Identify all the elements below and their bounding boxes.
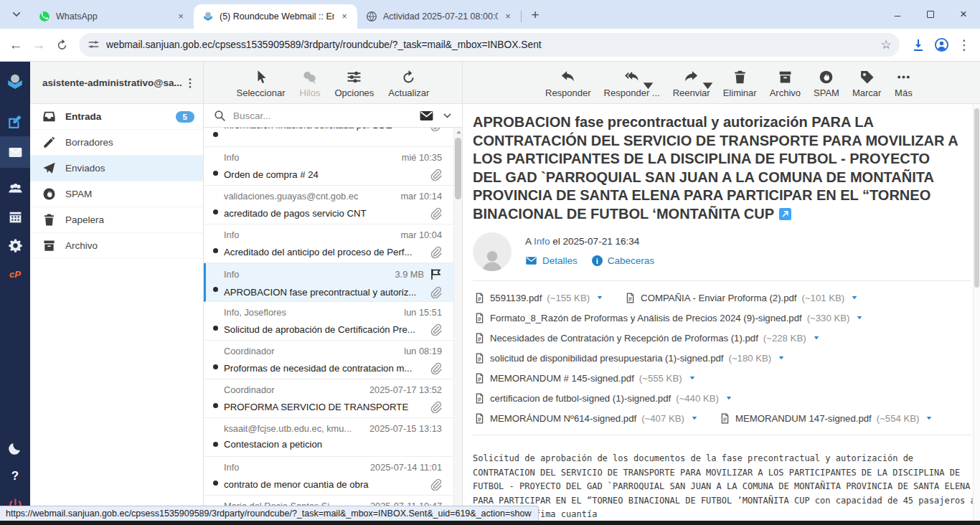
message-row[interactable]: Info mar 10:04 Acreditado del anticipo d… <box>204 224 453 263</box>
folder-item[interactable]: Archivo <box>30 233 203 259</box>
attachment-name[interactable]: MEMORANDUM 147-signed.pdf <box>735 413 872 424</box>
address-bar[interactable]: webmail.sanjuan.gob.ec/cpsess1535909589/… <box>79 33 900 57</box>
view-scrollbar[interactable] <box>973 104 980 521</box>
window-close-button[interactable]: × <box>947 0 980 29</box>
browser-tab[interactable]: WhatsApp × <box>30 4 194 29</box>
search-input[interactable]: Buscar... <box>233 110 419 121</box>
open-in-new-window-icon[interactable] <box>779 208 791 220</box>
message-row[interactable]: validaciones.guayas@cnt.gob.ec mar 10:14… <box>204 186 453 224</box>
attachment-item[interactable]: Necesidades de Contratación y Recepción … <box>474 328 971 348</box>
attachment-menu-caret-icon[interactable] <box>851 294 858 301</box>
message-row[interactable]: ksaait@fcjse.utb.edu.ec, kmu... 2025-07-… <box>204 418 453 457</box>
attachment-name[interactable]: Formato_8_Razón de Proformas y Análisis … <box>490 313 802 323</box>
message-row[interactable]: Info 2025-07-14 11:01 contrato de menor … <box>204 457 453 496</box>
back-button[interactable]: ← <box>4 34 27 57</box>
browser-tab[interactable]: (5) Roundcube Webmail :: Envia × <box>194 4 357 29</box>
tab-close-icon[interactable]: × <box>175 11 187 22</box>
mail-icon[interactable] <box>0 136 30 168</box>
account-menu-icon[interactable]: ⋮ <box>184 76 196 90</box>
browser-tab[interactable]: Actividad 2025-07-21 08:00:00 × <box>357 4 521 29</box>
view-toolbar-button[interactable]: SPAM <box>809 68 844 98</box>
view-toolbar-button[interactable]: Más <box>889 68 918 98</box>
message-row[interactable]: Info, Joseflores lun 15:51 Solicitud de … <box>204 302 453 341</box>
details-toggle[interactable]: Detalles <box>525 255 578 267</box>
list-toolbar-button[interactable]: Opciones <box>329 68 379 98</box>
search-scope-mail-icon[interactable] <box>419 108 434 123</box>
view-toolbar-button[interactable]: Reenviar <box>668 68 715 98</box>
attachment-name[interactable]: solicitud de disponibilidad presupuestar… <box>490 353 724 364</box>
attachment-item[interactable]: Formato_8_Razón de Proformas y Análisis … <box>474 308 971 328</box>
forward-button[interactable]: → <box>27 34 50 57</box>
contacts-icon[interactable] <box>0 174 30 202</box>
attachment-item[interactable]: certificacion de futbol-signed (1)-signe… <box>474 388 971 408</box>
message-row[interactable]: Información finaciera solicitada por BDE <box>204 128 453 147</box>
folder-item[interactable]: Enviados <box>30 156 203 181</box>
settings-gear-icon[interactable] <box>0 231 30 260</box>
attachment-item[interactable]: COMPAÑIA - Enviar Proforma (2).pdf (~101… <box>625 288 858 308</box>
profile-icon[interactable] <box>930 34 953 57</box>
browser-menu-icon[interactable]: ⋮ <box>953 34 976 57</box>
view-toolbar-button[interactable]: Responder ... <box>599 68 665 98</box>
compose-icon[interactable] <box>0 108 30 136</box>
list-toolbar-button[interactable]: Seleccionar <box>232 68 291 98</box>
tab-close-icon[interactable]: × <box>502 11 514 22</box>
message-row[interactable]: Info 3.9 MB APROBACION fase precontractu… <box>204 263 453 302</box>
new-tab-button[interactable]: + <box>525 5 545 25</box>
tab-search-button[interactable] <box>7 5 26 24</box>
attachment-menu-caret-icon[interactable] <box>689 374 696 382</box>
reload-button[interactable] <box>50 34 73 57</box>
attachment-menu-caret-icon[interactable] <box>596 294 603 301</box>
search-bar[interactable]: Buscar... <box>204 104 462 128</box>
message-row[interactable]: Info mié 10:35 Orden de compra # 24 <box>204 147 453 186</box>
headers-toggle[interactable]: i Cabeceras <box>592 255 654 266</box>
downloads-icon[interactable] <box>907 34 930 57</box>
view-toolbar-button[interactable]: Eliminar <box>718 68 762 98</box>
list-toolbar-button[interactable]: Actualizar <box>383 68 434 98</box>
attachment-name[interactable]: MEMORANDUM # 145-signed.pdf <box>490 373 634 384</box>
folder-item[interactable]: Borradores <box>30 130 203 156</box>
calendar-icon[interactable] <box>0 202 30 231</box>
window-restore-button[interactable] <box>914 0 947 29</box>
attachment-item[interactable]: solicitud de disponibilidad presupuestar… <box>474 348 971 368</box>
help-icon[interactable]: ? <box>0 462 30 491</box>
view-scroll-thumb[interactable] <box>974 108 979 288</box>
view-toolbar-button[interactable]: Archivo <box>765 68 806 98</box>
folder-item[interactable]: SPAM <box>30 181 203 207</box>
view-toolbar-button[interactable]: Responder <box>540 68 596 98</box>
attachment-menu-caret-icon[interactable] <box>725 394 732 402</box>
list-scrollbar[interactable] <box>453 128 462 521</box>
attachment-name[interactable]: 5591139.pdf <box>490 293 542 303</box>
attachment-menu-caret-icon[interactable] <box>925 415 933 422</box>
folder-item[interactable]: Papelera <box>30 207 203 233</box>
attachment-menu-caret-icon[interactable] <box>778 354 785 361</box>
recipient-link[interactable]: Info <box>534 236 550 247</box>
search-scope-chevron-icon[interactable] <box>443 111 452 120</box>
cpanel-icon[interactable]: cP <box>0 260 30 288</box>
attachment-name[interactable]: MEMORÁNDUM Nº614-signed.pdf <box>490 413 636 424</box>
dark-mode-icon[interactable] <box>0 433 30 462</box>
attachment-menu-caret-icon[interactable] <box>856 314 863 321</box>
message-row[interactable]: Coordinador lun 08:19 Proformas de neces… <box>204 341 453 379</box>
attachment-menu-caret-icon[interactable] <box>691 415 698 422</box>
folder-item[interactable]: Entrada 5 <box>30 104 203 130</box>
attachment-menu-caret-icon[interactable] <box>813 334 820 341</box>
attachment-name[interactable]: Necesidades de Contratación y Recepción … <box>490 333 758 344</box>
caret-down-icon[interactable] <box>700 78 707 85</box>
attachment-item[interactable]: MEMORANDUM # 145-signed.pdf (~555 KB) <box>474 368 971 388</box>
scroll-thumb[interactable] <box>455 138 461 199</box>
attachment-item[interactable]: MEMORÁNDUM Nº614-signed.pdf (~407 KB) <box>474 408 698 428</box>
attachment-item[interactable]: 5591139.pdf (~155 KB) <box>474 288 603 308</box>
attachment-name[interactable]: COMPAÑIA - Enviar Proforma (2).pdf <box>641 293 796 303</box>
bookmark-star-icon[interactable]: ☆ <box>880 39 892 52</box>
site-settings-icon[interactable] <box>88 39 100 51</box>
message-row[interactable]: Coordinador 2025-07-17 13:52 PROFORMA SE… <box>204 379 453 418</box>
url-text[interactable]: webmail.sanjuan.gob.ec/cpsess1535909589/… <box>106 39 880 50</box>
flag-icon[interactable] <box>430 268 442 280</box>
window-minimize-button[interactable]: – <box>881 0 914 29</box>
attachment-name[interactable]: certificacion de futbol-signed (1)-signe… <box>490 393 671 404</box>
list-toolbar-button[interactable]: Hilos <box>295 68 326 98</box>
view-toolbar-button[interactable]: Marcar <box>847 68 886 98</box>
scroll-up-icon[interactable] <box>454 128 463 136</box>
caret-down-icon[interactable] <box>641 78 647 85</box>
attachment-item[interactable]: MEMORANDUM 147-signed.pdf (~554 KB) <box>720 408 933 428</box>
